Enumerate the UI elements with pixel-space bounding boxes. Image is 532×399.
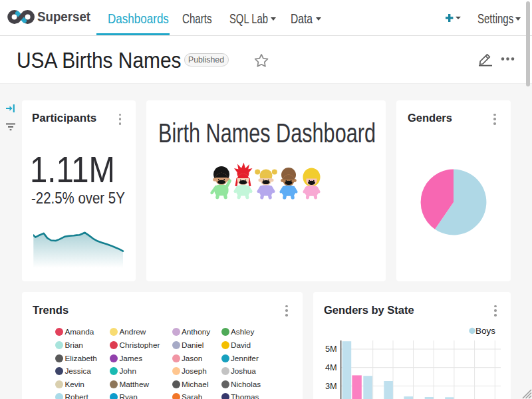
svg-text:5M: 5M	[325, 344, 337, 354]
svg-text:3M: 3M	[325, 381, 337, 391]
svg-text:4M: 4M	[325, 362, 337, 372]
svg-text:Boys: Boys	[475, 326, 495, 336]
